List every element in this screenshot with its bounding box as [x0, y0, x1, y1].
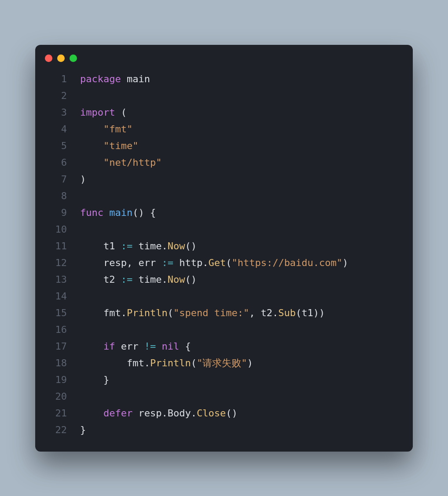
code-content: defer resp.Body.Close(): [80, 405, 238, 422]
code-line: 19 }: [48, 372, 400, 388]
code-content: import (: [80, 104, 127, 121]
line-number: 9: [48, 204, 67, 221]
code-content: }: [80, 422, 86, 438]
line-number: 14: [48, 288, 67, 305]
code-line: 6 "net/http": [48, 154, 400, 171]
code-line: 13 t2 := time.Now(): [48, 271, 400, 288]
code-line: 12 resp, err := http.Get("https://baidu.…: [48, 255, 400, 271]
line-number: 11: [48, 238, 67, 255]
code-line: 15 fmt.Println("spend time:", t2.Sub(t1)…: [48, 305, 400, 321]
code-line: 7): [48, 171, 400, 188]
code-line: 1package main: [48, 71, 400, 88]
code-line: 3import (: [48, 104, 400, 121]
line-number: 3: [48, 104, 67, 121]
code-content: fmt.Println("spend time:", t2.Sub(t1)): [80, 305, 325, 321]
code-line: 4 "fmt": [48, 121, 400, 138]
code-line: 9func main() {: [48, 204, 400, 221]
line-number: 6: [48, 154, 67, 171]
code-content: t2 := time.Now(): [80, 271, 197, 288]
line-number: 15: [48, 305, 67, 321]
code-line: 8: [48, 188, 400, 204]
code-content: fmt.Println("请求失败"): [80, 355, 253, 372]
code-content: package main: [80, 71, 150, 88]
line-number: 17: [48, 338, 67, 355]
code-content: ): [80, 171, 86, 188]
code-line: 5 "time": [48, 138, 400, 154]
code-line: 20: [48, 388, 400, 405]
line-number: 5: [48, 138, 67, 154]
code-line: 10: [48, 221, 400, 238]
code-content: "net/http": [80, 154, 162, 171]
line-number: 12: [48, 255, 67, 271]
line-number: 19: [48, 372, 67, 388]
code-line: 16: [48, 321, 400, 338]
code-line: 11 t1 := time.Now(): [48, 238, 400, 255]
code-content: func main() {: [80, 204, 156, 221]
line-number: 7: [48, 171, 67, 188]
code-line: 21 defer resp.Body.Close(): [48, 405, 400, 422]
line-number: 21: [48, 405, 67, 422]
code-content: t1 := time.Now(): [80, 238, 197, 255]
code-content: "fmt": [80, 121, 132, 138]
close-icon[interactable]: [45, 55, 52, 62]
code-area: 1package main23import (4 "fmt"5 "time"6 …: [35, 67, 413, 438]
code-content: resp, err := http.Get("https://baidu.com…: [80, 255, 348, 271]
line-number: 10: [48, 221, 67, 238]
line-number: 4: [48, 121, 67, 138]
code-line: 14: [48, 288, 400, 305]
line-number: 20: [48, 388, 67, 405]
code-content: "time": [80, 138, 138, 154]
line-number: 8: [48, 188, 67, 204]
titlebar: [35, 45, 413, 67]
line-number: 1: [48, 71, 67, 88]
line-number: 13: [48, 271, 67, 288]
line-number: 16: [48, 321, 67, 338]
line-number: 18: [48, 355, 67, 372]
code-line: 2: [48, 88, 400, 104]
code-line: 22}: [48, 422, 400, 438]
code-content: if err != nil {: [80, 338, 191, 355]
code-window: 1package main23import (4 "fmt"5 "time"6 …: [35, 45, 413, 452]
code-line: 18 fmt.Println("请求失败"): [48, 355, 400, 372]
minimize-icon[interactable]: [57, 55, 65, 62]
line-number: 2: [48, 88, 67, 104]
code-line: 17 if err != nil {: [48, 338, 400, 355]
maximize-icon[interactable]: [70, 55, 77, 62]
line-number: 22: [48, 422, 67, 438]
code-content: }: [80, 372, 109, 388]
